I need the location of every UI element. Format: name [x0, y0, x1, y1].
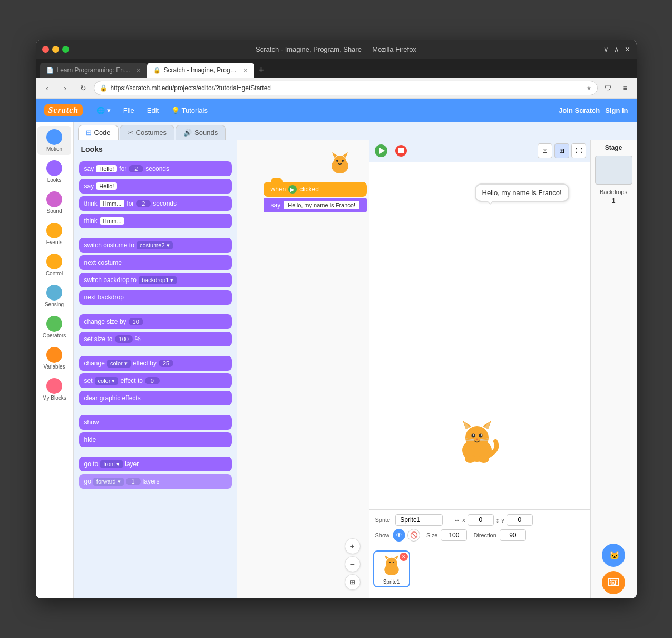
direction-input[interactable]	[500, 529, 526, 541]
block-say[interactable]: say Hello!	[79, 179, 232, 194]
size-input[interactable]	[441, 529, 467, 541]
maximize-button[interactable]	[62, 46, 69, 53]
tab-2-close[interactable]: ✕	[243, 67, 248, 74]
menu-icon[interactable]: ≡	[618, 81, 632, 95]
tab-sounds[interactable]: 🔊 Sounds	[176, 125, 226, 140]
set-size-input[interactable]: 100	[115, 335, 133, 343]
block-switch-costume[interactable]: switch costume to costume2 ▾	[79, 238, 232, 253]
effect-to-input[interactable]: 0	[145, 377, 160, 384]
add-sprite-button[interactable]: 🐱	[602, 544, 625, 567]
hide-button[interactable]: 🚫	[407, 529, 420, 542]
zoom-fit-button[interactable]: ⊞	[345, 574, 361, 590]
close-button[interactable]	[42, 46, 49, 53]
layer-dropdown[interactable]: front ▾	[100, 460, 123, 468]
zoom-out-button[interactable]: −	[345, 556, 361, 572]
hat-block-container[interactable]: when ▶ clicked	[264, 182, 367, 197]
sign-in-button[interactable]: Sign In	[605, 107, 628, 114]
nav-globe[interactable]: 🌐 ▾	[91, 104, 116, 117]
sidebar-item-operators[interactable]: Operators	[37, 313, 71, 342]
sprite-name-input[interactable]	[395, 514, 443, 526]
nav-tutorials[interactable]: 💡 Tutorials	[166, 104, 213, 117]
bookmark-icon[interactable]: ★	[586, 84, 592, 92]
control-label: Control	[46, 270, 63, 276]
sprite1-delete[interactable]: ✕	[400, 553, 408, 561]
minimize-button[interactable]	[52, 46, 59, 53]
block-set-effect[interactable]: set color ▾ effect to 0	[79, 373, 232, 388]
show-button[interactable]: 👁	[393, 529, 405, 542]
sidebar-item-looks[interactable]: Looks	[37, 157, 71, 186]
sprite1-thumb[interactable]: ✕ Sprite1	[373, 550, 410, 587]
small-stage-button[interactable]: ⊡	[538, 143, 552, 158]
svg-point-26	[479, 455, 489, 463]
set-effect-dropdown[interactable]: color ▾	[95, 377, 119, 385]
url-bar[interactable]: 🔒 https://scratch.mit.edu/projects/edito…	[94, 81, 598, 95]
reload-button[interactable]: ↻	[76, 81, 91, 95]
normal-stage-button[interactable]: ⊞	[554, 143, 569, 158]
join-scratch-button[interactable]: Join Scratch	[559, 107, 600, 114]
effect-amount-input[interactable]: 25	[159, 360, 173, 367]
block-change-size[interactable]: change size by 10	[79, 314, 232, 329]
tab-2-label: Scratch - Imagine, Program, S...	[164, 66, 238, 74]
scratch-logo[interactable]: Scratch	[44, 104, 83, 116]
block-show[interactable]: show	[79, 415, 232, 430]
shield-icon[interactable]: 🛡	[601, 81, 616, 95]
x-input[interactable]	[468, 514, 494, 526]
tab-1-close[interactable]: ✕	[136, 67, 141, 74]
block-say-secs[interactable]: say Hello! for 2 seconds	[79, 161, 232, 176]
add-backdrop-button[interactable]: 🖼	[602, 571, 625, 594]
tab-2[interactable]: 🔒 Scratch - Imagine, Program, S... ✕	[147, 63, 254, 78]
effect-type-dropdown[interactable]: color ▾	[107, 360, 131, 368]
costume-dropdown[interactable]: costume2 ▾	[137, 241, 173, 249]
zoom-in-button[interactable]: +	[345, 538, 361, 554]
tab-1[interactable]: 📄 Learn Programming: Entry Po... ✕	[40, 63, 147, 78]
sidebar-item-sound[interactable]: Sound	[37, 188, 71, 217]
secs-input[interactable]: 2	[129, 165, 143, 172]
when-flag-block[interactable]: when ▶ clicked	[264, 182, 367, 197]
block-change-effect[interactable]: change color ▾ effect by 25	[79, 356, 232, 371]
block-go-to-layer[interactable]: go to front ▾ layer	[79, 457, 232, 471]
fullscreen-button[interactable]: ⛶	[571, 143, 586, 158]
block-next-costume[interactable]: next costume	[79, 255, 232, 270]
stage-thumb[interactable]	[595, 156, 632, 185]
tab-code[interactable]: ⊞ Code	[78, 125, 119, 140]
say-block-script[interactable]: say Hello, my name is Franco!	[264, 198, 367, 212]
window-maximize-icon[interactable]: ∧	[614, 45, 619, 53]
forward-button[interactable]: ›	[58, 81, 73, 95]
direction-label: Direction	[473, 532, 496, 538]
window-close-icon[interactable]: ✕	[625, 45, 630, 53]
back-button[interactable]: ‹	[40, 81, 55, 95]
think-input[interactable]: Hmm...	[100, 200, 124, 207]
costumes-tab-label: Costumes	[136, 129, 167, 137]
nav-edit[interactable]: Edit	[142, 104, 164, 117]
say2-input[interactable]: Hello!	[96, 182, 117, 190]
green-flag-button[interactable]	[373, 143, 389, 159]
sidebar-item-events[interactable]: Events	[37, 219, 71, 248]
think-secs-input[interactable]: 2	[136, 200, 151, 207]
block-think[interactable]: think Hmm...	[79, 214, 232, 228]
block-hide[interactable]: hide	[79, 432, 232, 447]
block-next-backdrop[interactable]: next backdrop	[79, 290, 232, 305]
window-minimize-icon[interactable]: ∨	[603, 45, 609, 53]
tab-costumes[interactable]: ✂ Costumes	[120, 125, 175, 140]
think2-input[interactable]: Hmm...	[100, 217, 124, 225]
block-switch-backdrop[interactable]: switch backdrop to backdrop1 ▾	[79, 273, 232, 287]
say-input[interactable]: Hello!	[96, 165, 117, 172]
block-clear-effects[interactable]: clear graphic effects	[79, 391, 232, 405]
forward-input[interactable]: 1	[126, 478, 141, 485]
nav-file[interactable]: File	[118, 104, 140, 117]
backdrop-dropdown[interactable]: backdrop1 ▾	[139, 276, 177, 284]
script-canvas[interactable]: when ▶ clicked say Hello, my name is Fra…	[237, 140, 369, 598]
y-input[interactable]	[507, 514, 533, 526]
sidebar-item-variables[interactable]: Variables	[37, 344, 71, 373]
block-think-secs[interactable]: think Hmm... for 2 seconds	[79, 196, 232, 211]
sidebar-item-myblocks[interactable]: My Blocks	[37, 375, 71, 404]
new-tab-button[interactable]: +	[254, 63, 269, 78]
block-go-forward[interactable]: go forward ▾ 1 layers	[79, 474, 232, 489]
block-set-size[interactable]: set size to 100 %	[79, 332, 232, 346]
stop-button[interactable]	[393, 143, 409, 159]
sidebar-item-control[interactable]: Control	[37, 250, 71, 279]
sidebar-item-sensing[interactable]: Sensing	[37, 282, 71, 311]
forward-dropdown[interactable]: forward ▾	[93, 478, 124, 486]
sidebar-item-motion[interactable]: Motion	[37, 126, 71, 155]
change-size-input[interactable]: 10	[129, 318, 143, 325]
